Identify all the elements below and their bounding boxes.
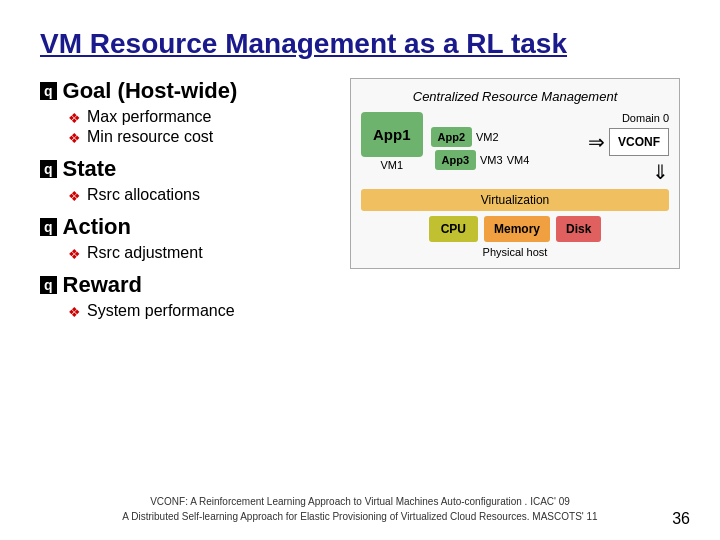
app2-box: App2 [431, 127, 473, 147]
reward-q-icon: q [40, 276, 57, 294]
state-sub-bullets: ❖ Rsrc allocations [68, 186, 330, 204]
domain0-label: Domain 0 [622, 112, 669, 124]
vm4-label: VM4 [507, 154, 530, 166]
diamond-icon-1: ❖ [68, 110, 81, 126]
reward-sub-bullets: ❖ System performance [68, 302, 330, 320]
action-section: q Action ❖ Rsrc adjustment [40, 214, 330, 262]
goal-q-icon: q [40, 82, 57, 100]
vm3-label: VM3 [480, 154, 503, 166]
vm1-group: App1 VM1 [361, 112, 423, 171]
app3-box: App3 [435, 150, 477, 170]
reward-section: q Reward ❖ System performance [40, 272, 330, 320]
goal-section: q Goal (Host-wide) ❖ Max performance ❖ M… [40, 78, 330, 146]
reward-heading: q Reward [40, 272, 330, 298]
memory-box: Memory [484, 216, 550, 242]
app1-box: App1 [361, 112, 423, 157]
action-sub-1: ❖ Rsrc adjustment [68, 244, 330, 262]
action-sub-bullets: ❖ Rsrc adjustment [68, 244, 330, 262]
diagram-title: Centralized Resource Management [361, 89, 669, 104]
action-q-icon: q [40, 218, 57, 236]
left-column: q Goal (Host-wide) ❖ Max performance ❖ M… [40, 78, 330, 330]
vconf-box: VCONF [609, 128, 669, 156]
physical-host-label: Physical host [361, 246, 669, 258]
disk-box: Disk [556, 216, 601, 242]
vm1-label: VM1 [380, 159, 403, 171]
vm2-label: VM2 [476, 131, 499, 143]
diamond-icon-3: ❖ [68, 188, 81, 204]
state-section: q State ❖ Rsrc allocations [40, 156, 330, 204]
goal-sub-2: ❖ Min resource cost [68, 128, 330, 146]
slide-title: VM Resource Management as a RL task [40, 28, 680, 60]
arrow-icon: ⇒ [588, 130, 605, 154]
state-q-icon: q [40, 160, 57, 178]
diagram-box: Centralized Resource Management App1 VM1 [350, 78, 680, 269]
diamond-icon-4: ❖ [68, 246, 81, 262]
state-heading: q State [40, 156, 330, 182]
content-area: q Goal (Host-wide) ❖ Max performance ❖ M… [40, 78, 680, 330]
diamond-icon-2: ❖ [68, 130, 81, 146]
virtualization-bar: Virtualization [361, 189, 669, 211]
goal-heading: q Goal (Host-wide) [40, 78, 330, 104]
goal-sub-1: ❖ Max performance [68, 108, 330, 126]
cpu-box: CPU [429, 216, 478, 242]
diamond-icon-5: ❖ [68, 304, 81, 320]
goal-sub-bullets: ❖ Max performance ❖ Min resource cost [68, 108, 330, 146]
physical-resources: CPU Memory Disk [361, 216, 669, 242]
footer-line2: A Distributed Self-learning Approach for… [0, 509, 720, 524]
down-arrow-icon: ⇓ [652, 160, 669, 184]
action-heading: q Action [40, 214, 330, 240]
page-number: 36 [672, 510, 690, 528]
slide: VM Resource Management as a RL task q Go… [0, 0, 720, 540]
footer-line1: VCONF: A Reinforcement Learning Approach… [0, 494, 720, 509]
reward-sub-1: ❖ System performance [68, 302, 330, 320]
footer: VCONF: A Reinforcement Learning Approach… [0, 494, 720, 524]
state-sub-1: ❖ Rsrc allocations [68, 186, 330, 204]
